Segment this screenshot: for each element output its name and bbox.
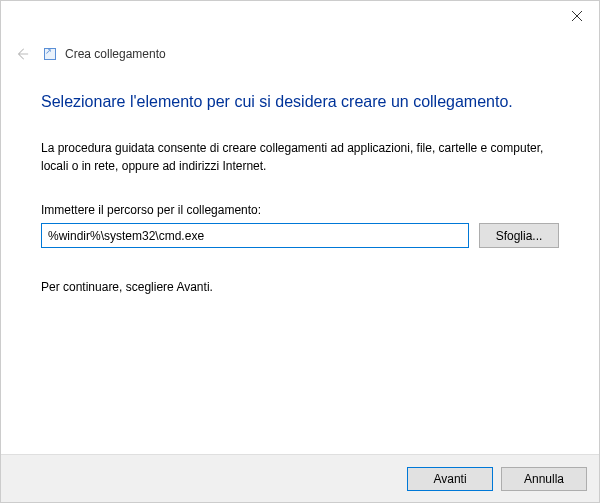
- back-button[interactable]: [15, 47, 29, 61]
- back-arrow-icon: [15, 47, 29, 61]
- input-row: Sfoglia...: [41, 223, 559, 248]
- footer: Avanti Annulla: [1, 454, 599, 502]
- close-icon: [572, 11, 582, 21]
- description-text: La procedura guidata consente di creare …: [41, 139, 559, 175]
- breadcrumb: Crea collegamento: [43, 47, 166, 61]
- header-row: Crea collegamento: [1, 33, 599, 61]
- close-button[interactable]: [554, 1, 599, 31]
- breadcrumb-title: Crea collegamento: [65, 47, 166, 61]
- field-label: Immettere il percorso per il collegament…: [41, 203, 559, 217]
- location-input[interactable]: [41, 223, 469, 248]
- browse-button[interactable]: Sfoglia...: [479, 223, 559, 248]
- content-area: Selezionare l'elemento per cui si deside…: [1, 61, 599, 294]
- next-button[interactable]: Avanti: [407, 467, 493, 491]
- continue-hint: Per continuare, scegliere Avanti.: [41, 280, 559, 294]
- titlebar: [1, 1, 599, 33]
- shortcut-icon: [43, 47, 57, 61]
- page-heading: Selezionare l'elemento per cui si deside…: [41, 93, 559, 111]
- cancel-button[interactable]: Annulla: [501, 467, 587, 491]
